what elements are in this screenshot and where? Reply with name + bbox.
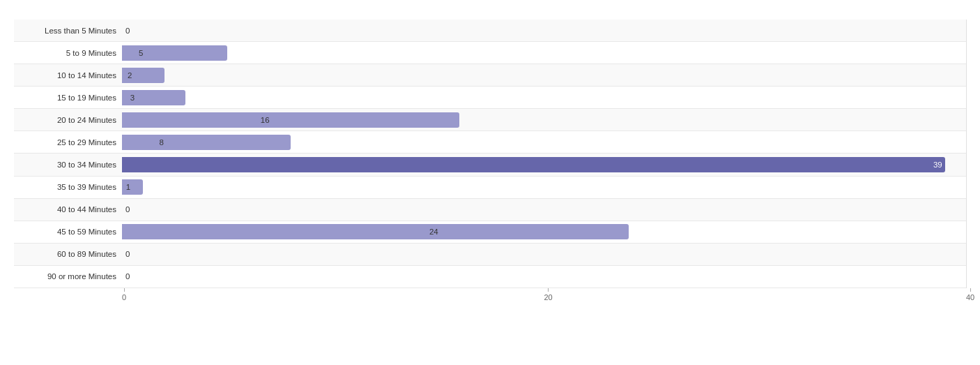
bar-value: 0	[125, 205, 130, 214]
bar-track: 24	[122, 224, 966, 239]
bar-fill: 5	[122, 45, 227, 61]
bar-track: 3	[122, 90, 966, 105]
bar-label: 20 to 24 Minutes	[14, 116, 122, 124]
bar-row: 25 to 29 Minutes8	[14, 131, 966, 154]
bar-fill: 1	[122, 179, 143, 195]
grid-line-40	[966, 20, 967, 288]
x-tick-label: 0	[122, 293, 126, 301]
bar-label: 25 to 29 Minutes	[14, 138, 122, 147]
x-tick-line	[124, 288, 125, 292]
bar-track: 0	[122, 23, 966, 38]
x-tick: 40	[966, 288, 974, 301]
x-tick-label: 20	[544, 293, 553, 301]
chart-container: Less than 5 Minutes05 to 9 Minutes510 to…	[0, 0, 980, 365]
bar-row: 15 to 19 Minutes3	[14, 87, 966, 109]
bar-row: 10 to 14 Minutes2	[14, 64, 966, 87]
bar-row: 30 to 34 Minutes39	[14, 154, 966, 176]
bars-section: Less than 5 Minutes05 to 9 Minutes510 to…	[14, 20, 966, 288]
bar-row: 45 to 59 Minutes24	[14, 221, 966, 244]
bar-value: 0	[125, 27, 130, 35]
chart-area: Less than 5 Minutes05 to 9 Minutes510 to…	[14, 20, 966, 309]
bar-label: 15 to 19 Minutes	[14, 94, 122, 102]
bar-value: 5	[139, 49, 143, 57]
bar-label: 40 to 44 Minutes	[14, 205, 122, 214]
bar-value: 1	[126, 183, 130, 191]
bar-track: 16	[122, 112, 966, 128]
bar-fill: 2	[122, 68, 164, 83]
bar-label: 5 to 9 Minutes	[14, 49, 122, 57]
bar-label: 90 or more Minutes	[14, 272, 122, 281]
x-tick-label: 40	[966, 293, 974, 301]
bar-track: 1	[122, 179, 966, 195]
bar-row: 90 or more Minutes0	[14, 266, 966, 288]
x-tick-line	[970, 288, 971, 292]
bar-label: 30 to 34 Minutes	[14, 161, 122, 169]
bar-value: 0	[125, 272, 130, 281]
bar-value: 0	[125, 250, 130, 258]
x-axis: 02040	[122, 288, 966, 309]
bar-fill: 24	[122, 224, 629, 239]
bar-label: Less than 5 Minutes	[14, 27, 122, 35]
bar-value: 8	[159, 138, 163, 147]
bar-fill: 16	[122, 112, 459, 128]
x-tick-line	[548, 288, 549, 292]
bar-value: 39	[933, 161, 942, 169]
bar-value: 24	[429, 228, 438, 236]
bar-row: 20 to 24 Minutes16	[14, 109, 966, 131]
bar-row: 40 to 44 Minutes0	[14, 199, 966, 221]
bar-track: 0	[122, 246, 966, 262]
bar-fill: 3	[122, 90, 185, 105]
bar-track: 0	[122, 202, 966, 217]
bar-track: 5	[122, 45, 966, 61]
x-tick: 0	[122, 288, 126, 301]
bar-row: 60 to 89 Minutes0	[14, 244, 966, 266]
bar-value: 16	[261, 116, 270, 124]
bar-fill: 8	[122, 135, 291, 150]
bar-label: 35 to 39 Minutes	[14, 183, 122, 191]
bar-track: 0	[122, 269, 966, 284]
bar-track: 8	[122, 135, 966, 150]
bar-label: 45 to 59 Minutes	[14, 228, 122, 236]
bar-label: 60 to 89 Minutes	[14, 250, 122, 258]
bar-value: 2	[128, 71, 132, 80]
bar-fill: 39	[122, 157, 945, 172]
bar-track: 2	[122, 68, 966, 83]
bar-value: 3	[130, 94, 135, 102]
bar-track: 39	[122, 157, 966, 172]
bar-label: 10 to 14 Minutes	[14, 71, 122, 80]
x-tick: 20	[544, 288, 553, 301]
bar-row: 35 to 39 Minutes1	[14, 177, 966, 199]
bar-row: Less than 5 Minutes0	[14, 20, 966, 42]
bar-row: 5 to 9 Minutes5	[14, 42, 966, 64]
